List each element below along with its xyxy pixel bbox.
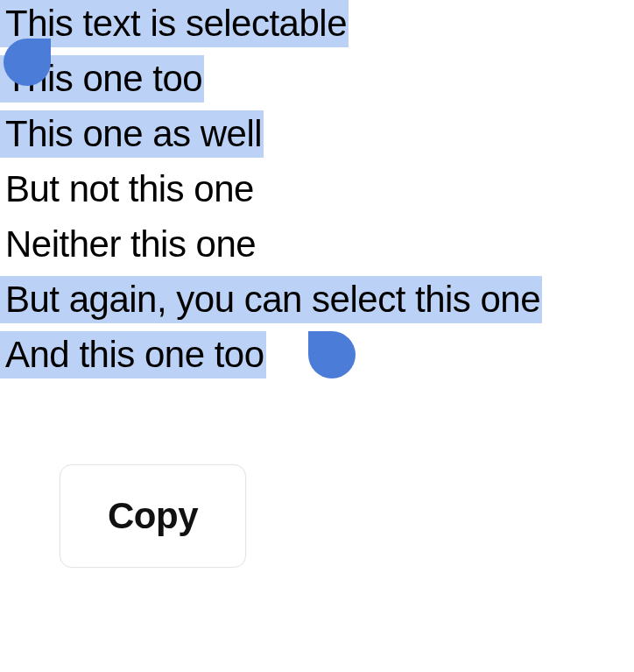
selection-handle-start-icon[interactable] — [4, 39, 51, 86]
text-line[interactable]: Neither this one — [0, 221, 257, 268]
text-line[interactable]: And this one too — [0, 331, 266, 378]
text-line[interactable]: But not this one — [0, 166, 256, 213]
text-line[interactable]: But again, you can select this one — [0, 276, 542, 323]
selection-handle-end-icon[interactable] — [308, 331, 356, 378]
text-line[interactable]: This one as well — [0, 110, 264, 158]
text-container[interactable]: This text is selectable This one too Thi… — [0, 0, 634, 386]
text-line[interactable]: This text is selectable — [0, 0, 349, 47]
copy-popup[interactable]: Copy — [60, 464, 246, 568]
copy-button[interactable]: Copy — [108, 495, 198, 536]
